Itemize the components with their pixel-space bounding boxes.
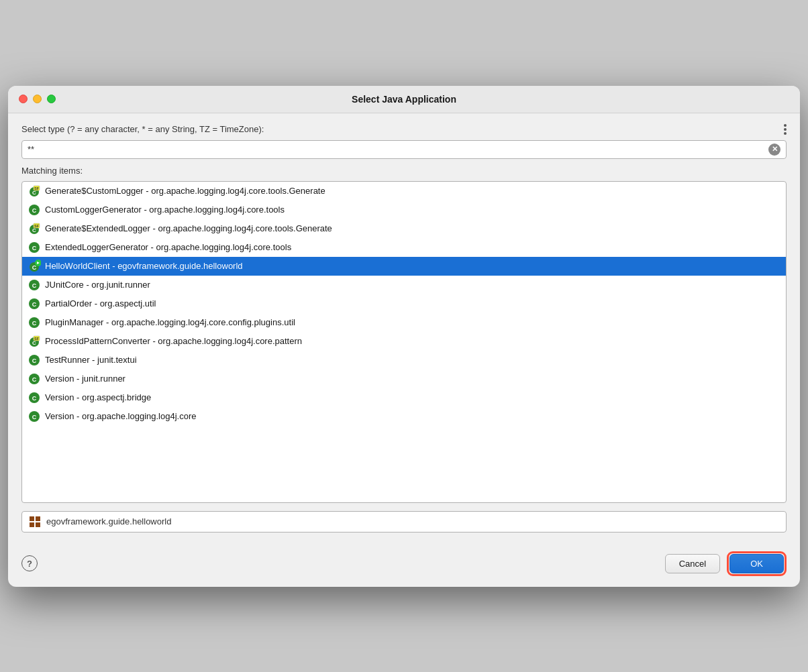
dialog: Select Java Application Select type (? =… [8,86,800,587]
item-icon: C SF [28,335,41,348]
list-item[interactable]: C JUnitCore - org.junit.runner [22,276,786,294]
list-item[interactable]: C SF Generate$ExtendedLogger - org.apach… [22,219,786,238]
svg-text:C: C [32,357,37,364]
list-item[interactable]: C SF ProcessIdPatternConverter - org.apa… [22,332,786,351]
svg-text:C: C [32,207,37,214]
search-input[interactable] [28,144,768,154]
svg-text:C: C [32,227,36,233]
item-text: Version - org.apache.logging.log4j.core [45,411,780,421]
dialog-title: Select Java Application [19,94,789,105]
item-icon: C [28,391,41,404]
help-button[interactable]: ? [21,555,38,571]
maximize-button[interactable] [47,95,56,103]
item-text: Generate$ExtendedLogger - org.apache.log… [45,223,780,233]
list-item[interactable]: C SF Generate$CustomLogger - org.apache.… [22,182,786,201]
item-icon: C [28,260,41,273]
ok-button-wrapper: OK [727,551,787,576]
list-item[interactable]: C PartialOrder - org.aspectj.util [22,294,786,313]
item-text: JUnitCore - org.junit.runner [45,280,780,290]
main-content: Select type (? = any character, * = any … [8,113,800,543]
item-icon: C [28,278,41,292]
item-icon: C SF [28,222,41,235]
item-text: HelloWorldClient - egovframework.guide.h… [45,261,780,271]
item-text: ProcessIdPatternConverter - org.apache.l… [45,336,780,346]
svg-text:SF: SF [34,186,40,190]
svg-text:C: C [32,320,37,327]
item-icon: C [28,241,41,254]
list-item[interactable]: C Version - junit.runner [22,370,786,388]
item-text: PartialOrder - org.aspectj.util [45,298,780,309]
svg-text:C: C [32,395,37,402]
svg-text:C: C [32,414,37,421]
traffic-lights [19,95,56,103]
search-row: ✕ [21,140,787,159]
list-item[interactable]: C Version - org.apache.logging.log4j.cor… [22,407,786,426]
clear-button[interactable]: ✕ [768,144,780,156]
item-icon: C [28,203,41,217]
options-menu-icon[interactable] [784,124,787,135]
svg-text:C: C [32,301,37,308]
item-text: Version - org.aspectj.bridge [45,392,780,402]
item-icon: C [28,372,41,386]
package-info: egovframework.guide.helloworld [21,511,787,533]
cancel-button[interactable]: Cancel [665,554,720,573]
minimize-button[interactable] [33,95,42,103]
list-item[interactable]: C TestRunner - junit.textui [22,351,786,370]
item-text: TestRunner - junit.textui [45,355,780,365]
type-label: Select type (? = any character, * = any … [21,124,264,134]
svg-text:SF: SF [34,224,40,228]
type-label-row: Select type (? = any character, * = any … [21,124,787,135]
svg-text:SF: SF [34,337,40,341]
item-icon: C SF [28,184,41,198]
matching-label: Matching items: [21,166,787,176]
action-buttons: Cancel OK [665,551,787,576]
item-icon: C [28,353,41,367]
svg-text:C: C [32,376,37,383]
item-text: Generate$CustomLogger - org.apache.loggi… [45,186,780,196]
list-item[interactable]: C HelloWorldClient - egovframework.guide… [22,257,786,276]
item-text: ExtendedLoggerGenerator - org.apache.log… [45,242,780,252]
item-icon: C [28,316,41,329]
svg-rect-35 [36,516,40,521]
item-text: PluginManager - org.apache.logging.log4j… [45,317,780,327]
item-text: Version - junit.runner [45,374,780,384]
item-text: CustomLoggerGenerator - org.apache.loggi… [45,205,780,215]
ok-button[interactable]: OK [729,554,784,573]
title-bar: Select Java Application [8,86,800,113]
package-text: egovframework.guide.helloworld [46,516,171,526]
package-icon [29,516,41,528]
list-item[interactable]: C PluginManager - org.apache.logging.log… [22,313,786,332]
items-list[interactable]: C SF Generate$CustomLogger - org.apache.… [21,181,787,503]
list-item[interactable]: C Version - org.aspectj.bridge [22,388,786,407]
item-icon: C [28,297,41,311]
svg-text:C: C [32,245,37,251]
bottom-bar: ? Cancel OK [8,543,800,587]
svg-rect-34 [30,516,34,521]
list-item[interactable]: C ExtendedLoggerGenerator - org.apache.l… [22,238,786,257]
list-item[interactable]: C CustomLoggerGenerator - org.apache.log… [22,201,786,219]
svg-text:C: C [32,282,37,289]
svg-rect-36 [30,522,34,527]
svg-text:C: C [32,340,36,346]
svg-rect-37 [36,522,40,527]
svg-text:C: C [32,190,36,196]
close-button[interactable] [19,95,28,103]
item-icon: C [28,410,41,423]
